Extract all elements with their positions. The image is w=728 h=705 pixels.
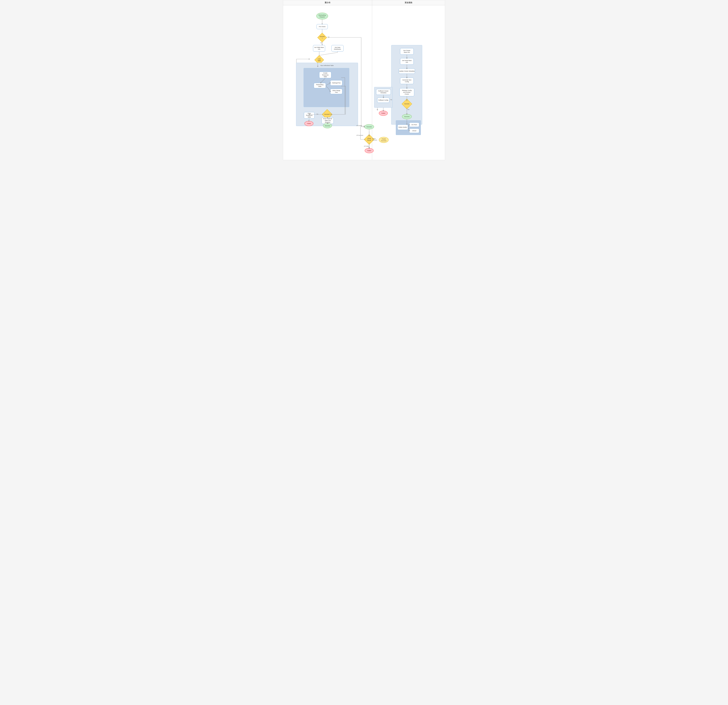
no-label-2: No [316,113,318,115]
svg-line-7 [319,52,338,55]
pre-check-node: Pre-Check [316,24,328,29]
svg-line-34 [326,86,328,88]
diagram-right: Get ClusterBase Info Get Node BaseInfo U… [372,5,445,160]
yes-label-right: Yes [407,109,410,110]
success-diamond-node: Success? [317,33,327,42]
right-inner-arrows [391,45,422,124]
get-table-base-info-node: Get Table BaseInfo [313,45,325,52]
header-left-title: 重分布 [283,0,372,5]
get-data-distribution-node: Get DataDistribution [331,45,344,52]
other-merge-tree-node: Other MergeTree [330,89,342,94]
release-config-restart-node: Release Configand RestartCluster [400,88,414,96]
right-group-box-main: Get ClusterBase Info Get Node BaseInfo U… [391,45,422,125]
get-cluster-base-info-node: Get ClusterBase Info [400,48,414,55]
svg-line-33 [326,83,330,85]
update-cluster-metadata-node: Update Cluster Metadata [399,68,415,74]
generate-new-config-node: Generate NewConfig [400,78,414,84]
create-temp-table-node: CreateTemporaryTable [319,72,331,78]
rollback-cluster-metadata-node: Rollback Cluster Metadata [376,89,391,95]
all-success-label: All Success [356,135,363,136]
page-container: 重分布 更改规格 [283,0,445,160]
no-label-1: No [328,36,329,38]
all-done-label: All Done [356,125,361,126]
delete-nodes-group: Delete Nodes On Prem vcloud [396,120,421,135]
svg-line-35 [328,88,330,91]
resharding-data-node: ReshardingData [314,83,326,88]
failed-oval-inner: Failed [305,121,313,126]
svg-line-69 [408,125,409,127]
success-oval-inner: Success [323,123,332,128]
vcloud-node: vcloud [409,128,419,133]
svg-line-32 [321,78,325,83]
group-box-inner: CreateTemporaryTable ReshardingData HaMe… [303,68,349,107]
no-label-right: No [390,99,392,100]
get-node-base-info-node: Get Node BaseInfo [400,58,414,65]
svg-line-70 [408,128,409,128]
delete-nodes-node: Delete Nodes [397,125,408,130]
failed-oval-right: Failed [379,111,388,116]
header-right-title: 更改规格 [372,0,445,5]
yes-label-1: Yes [320,42,322,43]
ha-merge-tree-node: HaMergeTree [330,80,342,85]
resharding-request-node: Resharding Request [316,13,328,19]
success-oval-right: Success [402,114,412,119]
header: 重分布 更改规格 [283,0,445,5]
success-diamond-right: Success [402,99,412,109]
rollback-group-box: Rollback Cluster Metadata Rollback Confi… [374,87,393,108]
diagram-area: Resharding Request Pre-Check Success? No… [283,5,445,160]
rollback-config-node: Rollback Config [377,98,389,103]
group-box-outer: Has Unfinished Table CreateTemporaryTabl… [296,63,358,126]
drop-temp-table-node: DropTemporaryTable [304,112,315,118]
on-prem-node: On Prem [409,123,419,127]
drop-original-table-node: Drop OrigenialTable andRename [322,117,334,124]
diagram-left: Resharding Request Pre-Check Success? No… [283,5,372,160]
all-failed-label: All Failed [364,146,369,147]
has-unfinished-label: Has Unfinished Table [321,65,334,66]
